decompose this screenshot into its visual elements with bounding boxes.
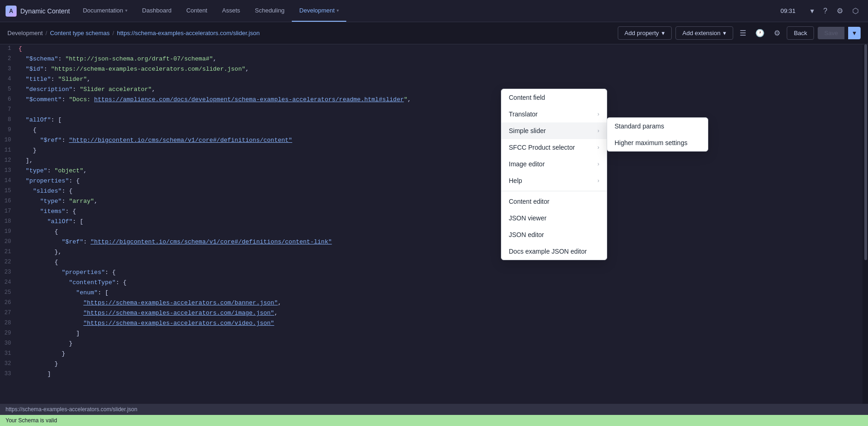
settings-sliders-icon[interactable]: ⚙: [771, 26, 783, 40]
nav-right: 09:31 ▾ ? ⚙ ⬡: [766, 5, 868, 17]
breadcrumb-bar: Development / Content type schemas / htt…: [0, 22, 868, 44]
list-view-icon[interactable]: ☰: [737, 26, 749, 40]
top-nav: A Dynamic Content Documentation ▾ Dashbo…: [0, 0, 868, 22]
dropdown-item-image-editor[interactable]: Image editor ›: [501, 156, 607, 172]
save-button: Save: [818, 27, 844, 39]
dropdown-item-sfcc[interactable]: SFCC Product selector ›: [501, 139, 607, 156]
breadcrumb-sep-2: /: [113, 30, 115, 37]
chevron-right-icon: ›: [597, 144, 599, 151]
logo-area[interactable]: A Dynamic Content: [0, 6, 75, 17]
add-extension-label: Add extension: [682, 30, 720, 37]
submenu-item-higher-max[interactable]: Higher maximum settings: [607, 134, 708, 151]
nav-item-scheduling[interactable]: Scheduling: [247, 0, 292, 22]
breadcrumb-actions: Add property ▾ Add extension ▾ ☰ 🕐 ⚙ Bac…: [618, 26, 861, 40]
logo-icon: A: [6, 6, 17, 17]
dropdown-item-translator[interactable]: Translator ›: [501, 106, 607, 122]
nav-item-assets[interactable]: Assets: [215, 0, 247, 22]
chevron-down-icon[interactable]: ▾: [808, 5, 816, 17]
help-icon[interactable]: ?: [821, 5, 829, 17]
breadcrumb-content-type-schemas[interactable]: Content type schemas: [50, 30, 109, 37]
chevron-down-icon: ▾: [125, 8, 127, 13]
dropdown-item-content-field[interactable]: Content field: [501, 89, 607, 106]
back-button[interactable]: Back: [787, 26, 814, 40]
add-property-label: Add property: [625, 30, 659, 37]
add-extension-dropdown: Content field Translator › Simple slider…: [501, 89, 607, 260]
breadcrumb-schema-url[interactable]: https://schema-examples-accelerators.com…: [117, 30, 259, 37]
chevron-right-icon: ›: [597, 161, 599, 167]
submenu-item-standard-params[interactable]: Standard params: [607, 118, 708, 134]
settings-icon[interactable]: ⚙: [835, 5, 845, 17]
nav-item-dashboard[interactable]: Dashboard: [135, 0, 179, 22]
app-title: Dynamic Content: [20, 7, 70, 15]
dropdown-item-help[interactable]: Help ›: [501, 172, 607, 189]
dropdown-item-content-editor[interactable]: Content editor: [501, 193, 607, 210]
breadcrumb-development: Development: [7, 30, 43, 37]
account-icon[interactable]: ⬡: [850, 5, 861, 17]
dropdown-divider: [501, 191, 607, 191]
main-content: 1 { 2 "$schema": "http://json-schema.org…: [0, 44, 868, 404]
dropdown-item-json-editor[interactable]: JSON editor: [501, 226, 607, 243]
status-valid-bar: Your Schema is valid: [0, 415, 868, 426]
dropdown-overlay[interactable]: Content field Translator › Simple slider…: [0, 44, 868, 404]
simple-slider-submenu: Standard params Higher maximum settings: [607, 117, 708, 152]
chevron-right-icon: ›: [597, 111, 599, 117]
status-valid-message: Your Schema is valid: [6, 417, 57, 424]
nav-items: Documentation ▾ Dashboard Content Assets…: [75, 0, 766, 22]
chevron-down-icon: ▾: [723, 30, 726, 37]
nav-item-documentation[interactable]: Documentation ▾: [75, 0, 134, 22]
clock-display: 09:31: [773, 7, 803, 14]
add-extension-button[interactable]: Add extension ▾: [675, 26, 733, 40]
dropdown-item-simple-slider[interactable]: Simple slider ›: [501, 122, 607, 139]
save-arrow-button[interactable]: ▾: [848, 27, 861, 39]
nav-item-content[interactable]: Content: [179, 0, 215, 22]
dropdown-item-docs-json-editor[interactable]: Docs example JSON editor: [501, 243, 607, 260]
history-icon[interactable]: 🕐: [753, 26, 767, 40]
add-property-button[interactable]: Add property ▾: [618, 26, 672, 40]
nav-item-development[interactable]: Development ▾: [292, 0, 346, 22]
chevron-right-icon: ›: [597, 177, 599, 184]
chevron-down-icon: ▾: [662, 30, 665, 37]
breadcrumb-sep-1: /: [46, 30, 48, 37]
status-url: https://schema-examples-accelerators.com…: [6, 406, 137, 413]
status-url-bar: https://schema-examples-accelerators.com…: [0, 404, 868, 415]
chevron-right-icon: ›: [597, 128, 599, 134]
dropdown-item-json-viewer[interactable]: JSON viewer: [501, 210, 607, 226]
chevron-down-icon: ▾: [337, 8, 339, 13]
